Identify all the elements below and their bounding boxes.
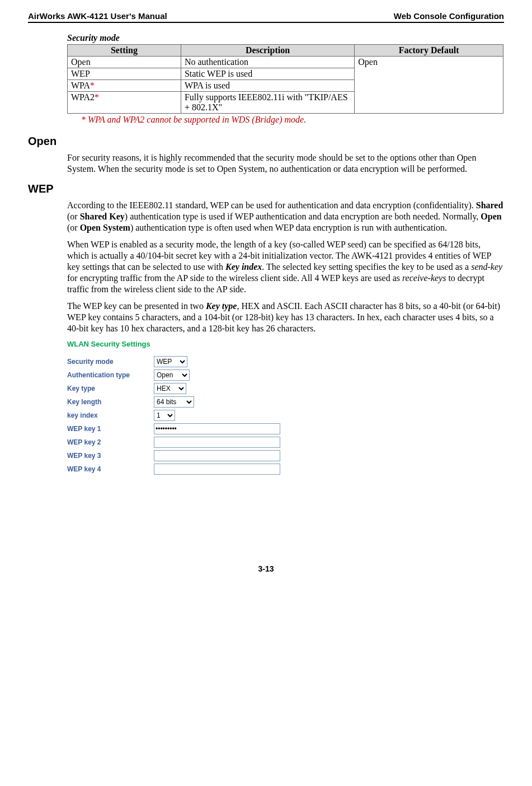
label-wep-key-2: WEP key 2 xyxy=(67,438,154,446)
row-wep-key-1: WEP key 1 xyxy=(67,423,504,434)
auth-type-select[interactable]: Open xyxy=(154,369,190,381)
label-security-mode: Security mode xyxy=(67,358,154,366)
wep-key-2-input[interactable] xyxy=(154,437,280,448)
text: The WEP key can be presented in two xyxy=(67,301,206,311)
header-right: Web Console Configuration xyxy=(394,11,504,21)
cell-desc: Static WEP is used xyxy=(181,68,354,80)
wlan-security-form: WLAN Security Settings Security mode WEP… xyxy=(67,340,504,475)
open-paragraph: For security reasons, it is highly recom… xyxy=(67,152,504,175)
col-default: Factory Default xyxy=(355,45,503,57)
bold-italic-key-index: Key index xyxy=(225,262,262,272)
page-number: 3-13 xyxy=(28,564,504,573)
form-title: WLAN Security Settings xyxy=(67,340,504,348)
wep-paragraph-1: According to the IEEE802.11 standard, WE… xyxy=(67,200,504,233)
row-wep-key-4: WEP key 4 xyxy=(67,464,504,475)
text: for encrypting traffic from the AP side … xyxy=(67,273,402,283)
table-header-row: Setting Description Factory Default xyxy=(68,45,503,57)
row-security-mode: Security mode WEP xyxy=(67,356,504,367)
row-key-index: key index 1 xyxy=(67,410,504,421)
italic-send-key: send-key xyxy=(471,262,502,272)
text: (or xyxy=(67,223,80,232)
text: ) authentication type is used if WEP aut… xyxy=(125,212,481,221)
asterisk: * xyxy=(90,81,95,90)
text: According to the IEEE802.11 standard, WE… xyxy=(67,200,476,210)
wep-paragraph-3: The WEP key can be presented in two Key … xyxy=(67,301,504,334)
row-wep-key-3: WEP key 3 xyxy=(67,450,504,461)
cell-setting: Open xyxy=(68,57,181,68)
text: (or xyxy=(67,212,80,221)
open-heading: Open xyxy=(28,135,504,148)
table-row: Open No authentication Open xyxy=(68,57,503,68)
wep-paragraph-2: When WEP is enabled as a security mode, … xyxy=(67,239,504,295)
wep-key-3-input[interactable] xyxy=(154,450,280,461)
setting-text: WPA xyxy=(71,81,90,90)
key-type-select[interactable]: HEX xyxy=(154,383,186,394)
label-key-type: Key type xyxy=(67,385,154,392)
label-auth-type: Authentication type xyxy=(67,371,154,379)
security-mode-table: Setting Description Factory Default Open… xyxy=(67,44,503,114)
cell-desc: Fully supports IEEE802.11i with "TKIP/AE… xyxy=(181,92,354,114)
label-wep-key-3: WEP key 3 xyxy=(67,452,154,460)
wep-key-1-input[interactable] xyxy=(154,423,280,434)
security-mode-title: Security mode xyxy=(67,33,504,43)
security-mode-select[interactable]: WEP xyxy=(154,356,187,367)
row-key-type: Key type HEX xyxy=(67,383,504,394)
cell-desc: No authentication xyxy=(181,57,354,68)
bold-open-system: Open System xyxy=(80,223,130,232)
wep-heading: WEP xyxy=(28,183,504,195)
bold-shared-key: Shared Key xyxy=(80,212,125,221)
cell-setting: WEP xyxy=(68,68,181,80)
cell-desc: WPA is used xyxy=(181,80,354,92)
bold-open: Open xyxy=(481,212,501,221)
wep-key-4-input[interactable] xyxy=(154,464,280,475)
italic-receive-keys: receive-keys xyxy=(402,273,446,283)
label-key-length: Key length xyxy=(67,398,154,406)
label-wep-key-4: WEP key 4 xyxy=(67,465,154,473)
row-auth-type: Authentication type Open xyxy=(67,369,504,381)
cell-setting: WPA2* xyxy=(68,92,181,114)
text: . The selected key setting specifies the… xyxy=(262,262,471,272)
label-key-index: key index xyxy=(67,411,154,419)
row-key-length: Key length 64 bits xyxy=(67,396,504,408)
bold-shared: Shared xyxy=(476,200,503,210)
key-length-select[interactable]: 64 bits xyxy=(154,396,194,408)
asterisk: * xyxy=(95,92,99,102)
row-wep-key-2: WEP key 2 xyxy=(67,437,504,448)
text: ) authentication type is often used when… xyxy=(130,223,447,232)
page-header: AirWorks AWK-4121 User's Manual Web Cons… xyxy=(28,11,504,23)
bold-italic-key-type: Key type xyxy=(206,301,237,311)
col-setting: Setting xyxy=(68,45,181,57)
label-wep-key-1: WEP key 1 xyxy=(67,425,154,433)
cell-setting: WPA* xyxy=(68,80,181,92)
key-index-select[interactable]: 1 xyxy=(154,410,175,421)
setting-text: WPA2 xyxy=(71,92,95,102)
col-description: Description xyxy=(181,45,354,57)
cell-default: Open xyxy=(355,57,503,114)
header-left: AirWorks AWK-4121 User's Manual xyxy=(28,11,167,21)
wpa-footnote: * WPA and WPA2 cannot be supported in WD… xyxy=(81,115,504,125)
